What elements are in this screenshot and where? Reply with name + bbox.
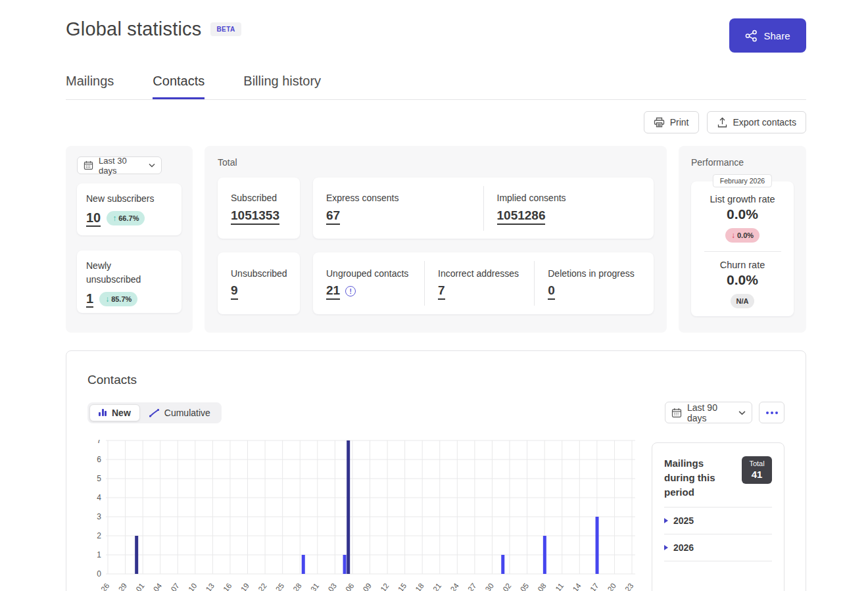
- year-row-2026[interactable]: 2026: [664, 534, 772, 561]
- date-range-label: Last 90 days: [687, 402, 733, 423]
- year-label: 2026: [673, 542, 694, 553]
- ellipsis-icon: [766, 412, 769, 414]
- implied-consents-label: Implied consents: [497, 191, 654, 204]
- performance-panel: Performance February 2026 List growth ra…: [679, 146, 806, 333]
- year-row-2025[interactable]: 2025: [664, 508, 772, 534]
- contacts-section-title: Contacts: [87, 373, 784, 387]
- express-consents-value[interactable]: 67: [326, 208, 340, 225]
- date-range-label: Last 30 days: [99, 156, 143, 176]
- svg-text:11: 11: [554, 582, 565, 591]
- deletions-in-progress-value[interactable]: 0: [548, 283, 555, 300]
- incorrect-addresses-label: Incorrect addresses: [438, 267, 534, 280]
- svg-text:14: 14: [571, 581, 583, 591]
- contacts-chart: 0123456726290104071013161922252831030609…: [89, 440, 639, 591]
- year-label: 2025: [673, 515, 694, 526]
- toggle-cumulative[interactable]: Cumulative: [140, 404, 220, 421]
- newly-unsubscribed-card: Newly unsubscribed 1 ↓ 85.7%: [77, 250, 181, 313]
- unsubscribed-label: Unsubscribed: [231, 267, 300, 280]
- chevron-down-icon: [149, 163, 155, 168]
- svg-text:07: 07: [170, 582, 181, 591]
- new-subscribers-value[interactable]: 10: [86, 210, 101, 227]
- line-chart-icon: [149, 408, 159, 417]
- warning-info-icon[interactable]: !: [345, 286, 356, 296]
- chart-mode-toggle: New Cumulative: [87, 402, 222, 423]
- toggle-cumulative-label: Cumulative: [164, 408, 210, 418]
- performance-title: Performance: [691, 157, 794, 168]
- print-button-label: Print: [670, 117, 689, 128]
- svg-text:08: 08: [536, 582, 547, 591]
- performance-period-badge: February 2026: [713, 174, 772, 187]
- mailings-total-value: 41: [752, 469, 763, 481]
- unsubscribed-value[interactable]: 9: [231, 283, 238, 300]
- implied-consents-value[interactable]: 1051286: [497, 208, 546, 225]
- tab-billing-history[interactable]: Billing history: [243, 74, 321, 99]
- svg-text:04: 04: [152, 581, 164, 591]
- svg-text:24: 24: [449, 581, 461, 591]
- contacts-issues-card: Ungrouped contacts 21 ! Incorrect addres…: [313, 252, 654, 314]
- unsubscribed-card: Unsubscribed 9: [218, 252, 300, 314]
- print-button[interactable]: Print: [644, 111, 699, 133]
- toggle-new[interactable]: New: [89, 404, 140, 421]
- chevron-down-icon: [738, 410, 746, 415]
- newly-unsubscribed-label: Newly unsubscribed: [86, 259, 145, 286]
- tab-mailings[interactable]: Mailings: [66, 74, 114, 99]
- chart-bar: [343, 555, 347, 574]
- divider: [664, 561, 772, 561]
- churn-rate-value: 0.0%: [691, 272, 794, 288]
- more-options-button[interactable]: [759, 402, 784, 423]
- export-contacts-button[interactable]: Export contacts: [707, 111, 807, 133]
- ungrouped-contacts-label: Ungrouped contacts: [326, 267, 424, 280]
- toggle-new-label: New: [112, 408, 131, 418]
- svg-text:12: 12: [379, 582, 390, 591]
- svg-text:13: 13: [205, 582, 216, 591]
- subscribed-label: Subscribed: [231, 191, 300, 204]
- svg-text:06: 06: [344, 582, 355, 591]
- ungrouped-contacts-value[interactable]: 21: [326, 283, 340, 300]
- page-title: Global statistics: [66, 18, 201, 40]
- svg-text:02: 02: [501, 582, 512, 591]
- contacts-chart-card: Contacts New Cumulative: [66, 350, 806, 591]
- svg-text:21: 21: [431, 582, 443, 591]
- svg-text:5: 5: [97, 474, 101, 483]
- triangle-right-icon: [664, 518, 668, 523]
- svg-text:01: 01: [134, 582, 145, 591]
- svg-text:19: 19: [239, 582, 251, 591]
- subscribed-value[interactable]: 1051353: [231, 208, 279, 225]
- calendar-icon: [84, 160, 93, 170]
- newly-unsubscribed-delta: 85.7%: [111, 295, 132, 303]
- date-range-select-30[interactable]: Last 30 days: [77, 156, 162, 174]
- svg-text:20: 20: [606, 582, 617, 591]
- total-panel: Total Subscribed 1051353 Express consent…: [205, 146, 667, 333]
- list-growth-rate-label: List growth rate: [691, 194, 794, 204]
- period-stats-panel: Last 30 days New subscribers 10 ↑ 66.7% …: [66, 146, 193, 333]
- chart-bar: [596, 517, 599, 574]
- svg-text:1: 1: [97, 550, 101, 559]
- svg-text:03: 03: [327, 582, 338, 591]
- chart-bar: [501, 555, 504, 574]
- subscribed-card: Subscribed 1051353: [218, 177, 300, 239]
- performance-card: February 2026 List growth rate 0.0% ↓ 0.…: [691, 181, 794, 316]
- svg-text:29: 29: [117, 582, 128, 591]
- svg-text:31: 31: [309, 582, 320, 591]
- mailings-total-badge: Total 41: [742, 456, 772, 484]
- list-growth-delta: 0.0%: [737, 231, 754, 239]
- tab-contacts[interactable]: Contacts: [153, 74, 205, 99]
- svg-text:2: 2: [97, 531, 101, 540]
- svg-text:18: 18: [414, 582, 425, 591]
- svg-text:3: 3: [97, 512, 101, 521]
- stats-row: Last 30 days New subscribers 10 ↑ 66.7% …: [66, 146, 806, 333]
- svg-text:15: 15: [397, 582, 408, 591]
- share-button[interactable]: Share: [729, 18, 806, 53]
- total-title: Total: [218, 157, 654, 168]
- up-arrow-icon: ↑: [112, 214, 116, 223]
- svg-text:30: 30: [484, 582, 495, 591]
- incorrect-addresses-value[interactable]: 7: [438, 283, 445, 300]
- bar-chart-icon: [99, 409, 107, 416]
- new-subscribers-label: New subscribers: [86, 192, 172, 205]
- newly-unsubscribed-value[interactable]: 1: [86, 291, 93, 308]
- share-button-label: Share: [763, 30, 790, 41]
- share-icon: [745, 30, 758, 42]
- mailings-title: Mailings during this period: [664, 456, 735, 499]
- page-header: Global statistics BETA Share: [66, 0, 806, 53]
- date-range-select-90[interactable]: Last 90 days: [665, 402, 752, 423]
